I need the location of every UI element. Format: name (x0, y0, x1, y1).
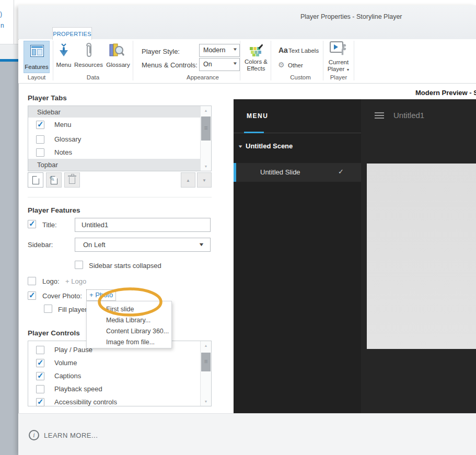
list-item-menu[interactable]: Menu (28, 118, 211, 132)
preview-player-main: Untitled1 (361, 99, 476, 413)
other-button[interactable]: Other (288, 62, 303, 68)
learn-more-link[interactable]: LEARN MORE... (44, 431, 98, 439)
list-item-label: Accessibility controls (54, 398, 117, 406)
list-item-playback-speed[interactable]: Playback speed (28, 382, 211, 395)
scroll-up-icon[interactable]: ▲ (201, 344, 211, 347)
group-header-label: Sidebar (37, 108, 61, 116)
preview-menu-sidebar: MENU ▼ Untitled Scene Untitled Slide ✓ (234, 99, 361, 413)
player-controls-heading: Player Controls (28, 329, 80, 337)
hamburger-menu-icon[interactable] (375, 112, 384, 119)
text-labels-button[interactable]: Text Labels (288, 48, 319, 54)
background-text-fragment: ) (0, 10, 2, 18)
player-features-heading: Player Features (28, 206, 80, 214)
sidebar-label: Sidebar: (28, 241, 53, 249)
menu-checkbox[interactable] (36, 121, 44, 129)
list-item-captions[interactable]: Captions (28, 369, 211, 382)
list-item-label: Volume (54, 359, 77, 367)
delete-tab-button[interactable] (64, 172, 80, 188)
add-logo-link[interactable]: + Logo (65, 277, 86, 285)
player-style-label: Player Style: (142, 48, 180, 55)
player-controls-scrollbar[interactable]: ▲ ▼ (200, 341, 211, 406)
new-tab-button[interactable] (28, 172, 43, 188)
menu-item-content-library[interactable]: Content Library 360... (87, 326, 171, 337)
menus-controls-dropdown[interactable]: On ▼ (199, 58, 240, 71)
player-style-dropdown[interactable]: Modern ▼ (199, 44, 240, 57)
accessibility-checkbox[interactable] (36, 398, 44, 406)
captions-checkbox[interactable] (36, 372, 44, 380)
menu-arrow-icon[interactable] (57, 43, 70, 59)
playback-speed-checkbox[interactable] (36, 385, 44, 393)
glossary-book-icon[interactable] (109, 43, 124, 57)
title-checkbox[interactable] (28, 220, 36, 228)
cover-photo-checkbox[interactable] (28, 291, 36, 300)
fill-player-label: Fill player (58, 306, 87, 313)
list-item-label: Glossary (54, 135, 81, 143)
features-layout-icon (30, 45, 44, 57)
menu-item-media-library[interactable]: Media Library... (87, 315, 171, 326)
list-item-glossary[interactable]: Glossary (28, 132, 211, 146)
preview-menu-tab[interactable]: MENU (247, 112, 268, 120)
ribbon-separator (53, 41, 53, 80)
ribbon-separator (133, 41, 133, 80)
move-up-button[interactable]: ▲ (181, 172, 195, 188)
preview-slide-canvas (367, 164, 476, 349)
list-item-accessibility[interactable]: Accessibility controls (28, 395, 211, 409)
edit-tab-button[interactable]: ✎ (46, 172, 62, 188)
current-player-label-line1: Current (323, 59, 354, 66)
preview-slide-row[interactable]: Untitled Slide ✓ (234, 163, 361, 182)
tab-properties[interactable]: PROPERTIES (52, 27, 92, 40)
list-item-notes[interactable]: Notes (28, 146, 211, 159)
glossary-checkbox[interactable] (36, 135, 44, 144)
fill-player-checkbox[interactable] (44, 305, 52, 313)
scroll-down-icon[interactable]: ▼ (201, 165, 211, 168)
title-input[interactable]: Untitled1 (75, 218, 211, 232)
player-tabs-scrollbar[interactable]: ▲ ▼ (200, 106, 211, 171)
list-item-label: Menu (54, 121, 72, 129)
dialog-footer: LEARN MORE... (18, 413, 476, 455)
sidebar-collapsed-label: Sidebar starts collapsed (89, 262, 161, 270)
scroll-up-icon[interactable]: ▲ (201, 109, 211, 112)
features-button[interactable]: Features (24, 41, 50, 73)
player-controls-list: Play / Pause Volume Captions Playback sp… (28, 341, 212, 406)
list-item-label: Captions (54, 372, 81, 380)
current-player-button[interactable]: Current Player ▼ (323, 59, 354, 73)
chevron-down-icon: ▼ (233, 61, 238, 66)
menus-controls-label: Menus & Controls: (142, 61, 198, 69)
play-pause-checkbox[interactable] (36, 346, 44, 354)
resources-paperclip-icon[interactable] (84, 42, 94, 59)
sidebar-position-dropdown[interactable]: On Left ▼ (75, 238, 211, 252)
preview-menu-active-underline (244, 132, 264, 133)
list-group-header[interactable]: Sidebar (28, 106, 211, 118)
player-style-value: Modern (203, 46, 225, 54)
scroll-thumb[interactable] (201, 353, 211, 371)
menu-item-image-from-file[interactable]: Image from file... (87, 337, 171, 348)
scroll-down-icon[interactable]: ▼ (201, 400, 211, 403)
colors-effects-button[interactable]: Colors & Effects (240, 59, 272, 72)
chevron-down-icon: ▼ (346, 68, 350, 72)
volume-checkbox[interactable] (36, 359, 44, 367)
logo-checkbox[interactable] (28, 277, 36, 285)
preview-scene-title[interactable]: Untitled Scene (246, 142, 293, 150)
background-workspace-strip (0, 62, 18, 455)
background-ribbon-strip (0, 44, 18, 59)
colors-effects-icon[interactable] (249, 43, 263, 57)
list-group-header[interactable]: Topbar (28, 159, 211, 171)
chevron-down-icon: ▼ (198, 242, 204, 247)
current-player-label-line2: Player (328, 66, 345, 72)
sidebar-collapsed-checkbox[interactable] (75, 261, 83, 269)
current-player-icon[interactable] (329, 41, 348, 59)
photo-context-menu: First slide Media Library... Content Lib… (86, 301, 172, 348)
add-photo-link[interactable]: + Photo (86, 289, 116, 301)
menu-item-first-slide[interactable]: First slide (87, 304, 171, 315)
notes-checkbox[interactable] (36, 148, 44, 157)
menu-button[interactable]: Menu (51, 62, 77, 68)
title-label: Title: (42, 221, 57, 229)
preview-course-title: Untitled1 (393, 111, 424, 120)
glossary-button[interactable]: Glossary (105, 62, 131, 68)
move-down-button[interactable]: ▼ (197, 172, 212, 188)
scroll-thumb[interactable] (201, 116, 211, 141)
resources-button[interactable]: Resources (74, 62, 100, 68)
list-item-volume[interactable]: Volume (28, 356, 211, 369)
chevron-down-icon[interactable]: ▼ (237, 144, 243, 149)
background-text-fragment: n (1, 22, 4, 29)
